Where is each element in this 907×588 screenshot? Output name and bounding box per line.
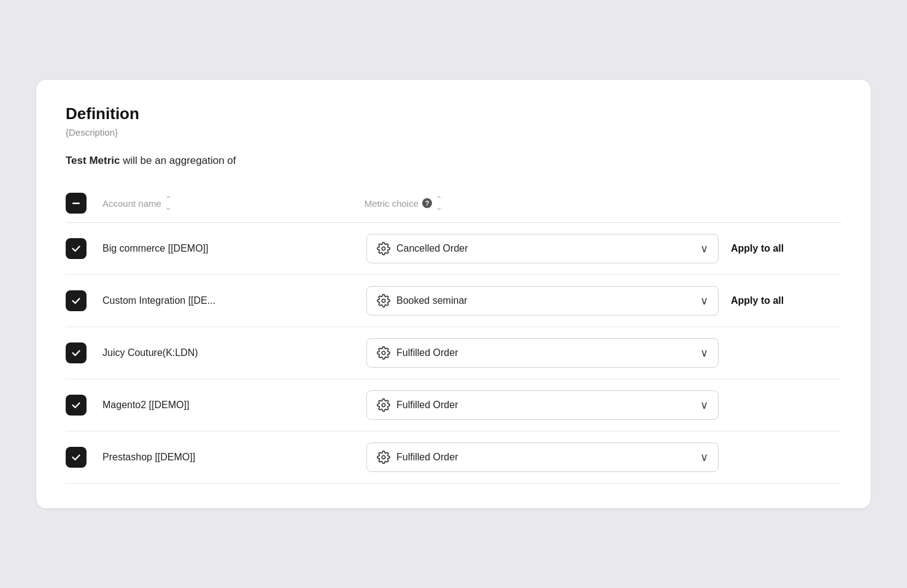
metric-dropdown-col-3: Fulfilled Order ∨ [366, 390, 731, 420]
row-checkbox-col-4 [66, 447, 102, 468]
metric-value-2: Fulfilled Order [396, 347, 694, 358]
deselect-all-button[interactable] [66, 193, 87, 214]
chevron-down-icon-3: ∨ [700, 398, 708, 412]
chevron-down-icon-0: ∨ [700, 242, 708, 255]
account-sort-icon[interactable]: ⌃⌄ [165, 195, 172, 211]
definition-card: Definition {Description} Test Metric wil… [36, 80, 871, 508]
metric-dropdown-btn-2[interactable]: Fulfilled Order ∨ [366, 338, 719, 368]
svg-rect-0 [72, 203, 80, 204]
row-checkbox-col-0 [66, 238, 102, 259]
chevron-down-icon-4: ∨ [700, 451, 708, 464]
metric-header-text: Metric choice [365, 198, 419, 209]
gear-icon-3 [377, 398, 390, 412]
row-checkbox-4[interactable] [66, 447, 87, 468]
metric-choice-header[interactable]: Metric choice ? ⌃⌄ [365, 195, 731, 211]
apply-col-0: Apply to all [731, 243, 841, 254]
table-row: Prestashop [[DEMO]] Fulfilled Order ∨ [66, 431, 841, 484]
checkmark-icon [71, 243, 82, 254]
metric-dropdown-btn-0[interactable]: Cancelled Order ∨ [366, 234, 719, 263]
row-checkbox-col-3 [66, 395, 102, 416]
metric-dropdown-btn-3[interactable]: Fulfilled Order ∨ [366, 390, 719, 420]
metric-sort-icon[interactable]: ⌃⌄ [436, 195, 442, 211]
metric-dropdown-col-0: Cancelled Order ∨ [366, 234, 731, 263]
row-checkbox-1[interactable] [66, 290, 87, 311]
row-checkbox-0[interactable] [66, 238, 87, 259]
metric-name: Test Metric [66, 155, 120, 166]
row-checkbox-col-1 [66, 290, 102, 311]
account-header-text: Account name [102, 198, 161, 209]
metric-dropdown-btn-1[interactable]: Booked seminar ∨ [366, 286, 719, 315]
metric-value-3: Fulfilled Order [396, 400, 694, 411]
minus-icon [71, 198, 82, 209]
gear-icon-4 [377, 451, 390, 464]
gear-icon-1 [377, 294, 390, 308]
account-name-cell-0: Big commerce [[DEMO]] [102, 243, 366, 254]
header-check-col [66, 193, 102, 214]
table-row: Magento2 [[DEMO]] Fulfilled Order ∨ [66, 379, 841, 431]
gear-icon-2 [377, 346, 390, 360]
metric-value-4: Fulfilled Order [396, 452, 694, 463]
account-name-cell-3: Magento2 [[DEMO]] [102, 400, 366, 411]
checkmark-icon [71, 400, 82, 411]
account-name-cell-2: Juicy Couture(K:LDN) [102, 347, 366, 358]
table-row: Juicy Couture(K:LDN) Fulfilled Order ∨ [66, 327, 841, 379]
row-checkbox-3[interactable] [66, 395, 87, 416]
row-checkbox-2[interactable] [66, 342, 87, 363]
metric-dropdown-btn-4[interactable]: Fulfilled Order ∨ [366, 443, 719, 472]
chevron-down-icon-2: ∨ [700, 346, 708, 360]
account-name-header[interactable]: Account name ⌃⌄ [102, 195, 365, 211]
checkmark-icon [71, 452, 82, 463]
aggregation-suffix: will be an aggregation of [120, 155, 236, 166]
metric-header-label: Metric choice ? ⌃⌄ [365, 195, 731, 211]
row-checkbox-col-2 [66, 342, 102, 363]
table-row: Big commerce [[DEMO]] Cancelled Order ∨ … [66, 223, 841, 275]
metric-dropdown-col-1: Booked seminar ∨ [366, 286, 731, 315]
metric-value-1: Booked seminar [396, 295, 694, 306]
metric-value-0: Cancelled Order [396, 243, 694, 254]
metric-dropdown-col-2: Fulfilled Order ∨ [366, 338, 731, 368]
chevron-down-icon-1: ∨ [700, 294, 708, 308]
table-row: Custom Integration [[DE... Booked semina… [66, 275, 841, 327]
apply-col-1: Apply to all [731, 295, 841, 306]
apply-to-all-button-1[interactable]: Apply to all [731, 295, 841, 306]
account-name-label: Account name ⌃⌄ [102, 195, 365, 211]
checkmark-icon [71, 295, 82, 306]
table-rows: Big commerce [[DEMO]] Cancelled Order ∨ … [66, 223, 841, 484]
account-name-cell-4: Prestashop [[DEMO]] [102, 452, 366, 463]
apply-to-all-button-0[interactable]: Apply to all [731, 243, 841, 254]
section-title: Definition [66, 104, 841, 123]
checkmark-icon [71, 347, 82, 358]
account-name-cell-1: Custom Integration [[DE... [102, 295, 366, 306]
metric-info-icon[interactable]: ? [422, 198, 432, 208]
section-description: {Description} [66, 127, 841, 137]
table-header: Account name ⌃⌄ Metric choice ? ⌃⌄ [66, 187, 841, 223]
accounts-table: Account name ⌃⌄ Metric choice ? ⌃⌄ [66, 187, 841, 484]
aggregation-text: Test Metric will be an aggregation of [66, 155, 841, 167]
gear-icon-0 [377, 242, 390, 255]
metric-dropdown-col-4: Fulfilled Order ∨ [366, 443, 731, 472]
